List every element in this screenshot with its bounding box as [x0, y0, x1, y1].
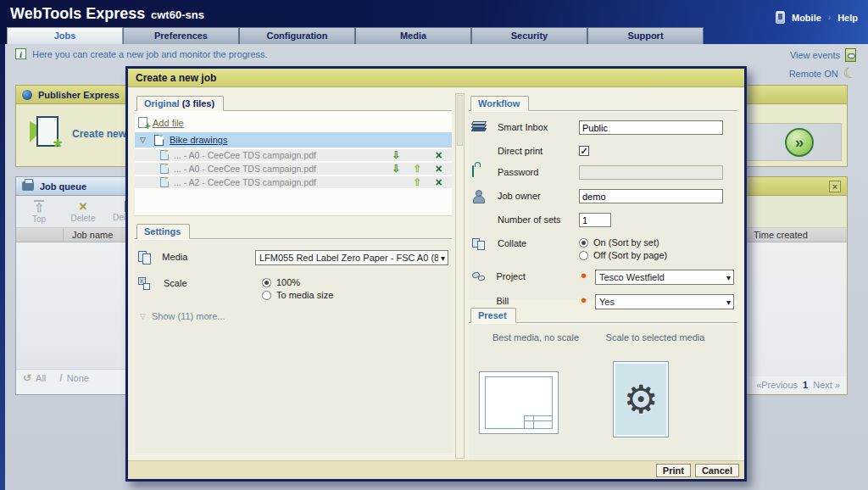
delete-icon: × [79, 201, 86, 213]
project-row: Project ● Tesco Westfield ▾ [472, 270, 734, 285]
chevron-down-icon: ▾ [726, 273, 731, 282]
header-separator: › [828, 13, 831, 22]
file-row[interactable]: ... - A0 - CeeCee TDS campaign.pdf ⇩ × [135, 149, 452, 161]
job-name-column[interactable]: Job name [64, 230, 113, 240]
smart-inbox-input[interactable] [579, 120, 723, 135]
preset-tab-label: Preset [478, 310, 507, 320]
view-events-label[interactable]: View events [790, 50, 840, 60]
remove-file-icon[interactable]: × [431, 177, 447, 187]
tab-support[interactable]: Support [587, 27, 704, 44]
dialog-body: Original (3 files) Add file ▽ Bike drawi… [128, 88, 744, 460]
preset-best-media-thumbnail[interactable] [479, 371, 559, 434]
collate-off-option[interactable]: Off (Sort by page) [579, 250, 667, 260]
top-button[interactable]: ⇧ Top [25, 198, 53, 225]
sphere-icon [22, 90, 32, 100]
direct-print-checkbox[interactable]: ✓ [579, 146, 589, 156]
view-events-icon [845, 48, 856, 62]
app-title: WebTools Express [10, 5, 145, 23]
media-row: Media LFM055 Red Label Zero Paper - FSC … [138, 250, 448, 265]
move-down-icon[interactable]: ⇩ [388, 164, 404, 174]
radio-selected[interactable] [579, 238, 588, 248]
mobile-icon [776, 11, 785, 24]
number-of-sets-input[interactable] [579, 213, 611, 227]
tab-preferences[interactable]: Preferences [123, 27, 239, 44]
scale-label: Scale [164, 276, 262, 288]
file-row[interactable]: ... - A0 - CeeCee TDS campaign.pdf ⇩ ⇧ × [135, 163, 452, 175]
workflow-section-tab: Workflow [470, 96, 529, 111]
preset-scale-media-thumbnail[interactable]: ⚙ [613, 361, 669, 437]
scrollbar-thumb[interactable] [457, 95, 463, 146]
create-job-icon: * [30, 116, 60, 152]
number-of-sets-label: Number of sets [498, 213, 579, 225]
project-select[interactable]: Tesco Westfield ▾ [595, 270, 734, 285]
print-button[interactable]: Print [656, 464, 691, 477]
tab-jobs[interactable]: Jobs [7, 27, 123, 44]
page-left-edge [0, 0, 5, 490]
move-up-icon[interactable]: ⇧ [409, 164, 426, 174]
close-icon[interactable]: × [829, 181, 841, 192]
tab-configuration[interactable]: Configuration [239, 27, 355, 44]
radio-unselected[interactable] [262, 291, 271, 300]
tab-media[interactable]: Media [355, 27, 471, 44]
file-group-row[interactable]: ▽ Bike drawings [135, 132, 452, 148]
dialog-right-column: Workflow Smart Inbox Direct print ✓ Pass… [469, 88, 737, 460]
show-more-label[interactable]: Show (11) more... [152, 311, 225, 321]
file-row[interactable]: ... - A2 - CeeCee TDS campaign.pdf ⇧ × [135, 176, 452, 188]
move-down-icon[interactable]: ⇩ [388, 150, 404, 160]
tree-collapse-icon[interactable]: ▽ [140, 136, 148, 144]
job-owner-input[interactable] [579, 189, 723, 203]
move-up-icon[interactable]: ⇧ [409, 177, 426, 187]
previous-page-link[interactable]: «Previous [756, 380, 798, 390]
document-icon [154, 135, 164, 146]
remove-file-icon[interactable]: × [431, 150, 447, 160]
main-tab-bar: Jobs Preferences Configuration Media Sec… [7, 27, 704, 44]
next-page-link[interactable]: Next » [813, 380, 840, 390]
file-group-name[interactable]: Bike drawings [170, 135, 227, 145]
password-input [579, 165, 723, 180]
add-file-link[interactable]: Add file [135, 114, 452, 132]
bill-label: Bill [497, 294, 574, 306]
add-file-label[interactable]: Add file [153, 118, 184, 128]
file-name: ... - A0 - CeeCee TDS campaign.pdf [174, 150, 383, 160]
select-none-label: None [67, 373, 89, 383]
direct-print-row: Direct print ✓ [472, 144, 734, 156]
go-chevron-button[interactable]: » [785, 128, 814, 157]
select-none-link[interactable]: / None [59, 372, 89, 384]
dialog-left-column: Original (3 files) Add file ▽ Bike drawi… [135, 88, 452, 460]
top-label: Top [32, 214, 46, 224]
bill-select[interactable]: Yes ▾ [595, 294, 734, 309]
remove-file-icon[interactable]: × [431, 164, 447, 174]
view-events[interactable]: View events [790, 48, 856, 62]
media-select[interactable]: LFM055 Red Label Zero Paper - FSC A0 (84… [255, 250, 448, 265]
password-row: Password [472, 165, 734, 180]
scale-100-option[interactable]: 100% [262, 277, 333, 287]
drawing-frame-icon [485, 376, 553, 429]
radio-selected[interactable] [262, 278, 271, 287]
events-panel-header: × [747, 177, 847, 196]
star-icon: * [53, 138, 62, 155]
info-message: Here you can create a new job and monito… [32, 49, 268, 59]
cancel-button[interactable]: Cancel [695, 464, 739, 477]
dialog-scrollbar[interactable] [455, 93, 465, 459]
job-owner-label: Job owner [498, 189, 579, 201]
scale-to-media-option[interactable]: To media size [262, 290, 333, 300]
select-all-link[interactable]: ↺ All [23, 372, 46, 384]
header-utilities: Mobile › Help [776, 11, 858, 24]
remote-label[interactable]: Remote ON [789, 69, 838, 79]
top-icon: ⇧ [34, 200, 44, 214]
time-created-column[interactable]: Time created [747, 228, 847, 242]
publisher-express-title: Publisher Express [38, 90, 120, 100]
show-more-link[interactable]: ▽ Show (11) more... [140, 311, 448, 321]
tab-security[interactable]: Security [471, 27, 587, 44]
delete-button[interactable]: × Delete [69, 198, 97, 225]
select-all-label: All [36, 373, 46, 383]
help-link[interactable]: Help [837, 13, 858, 23]
remote-toggle[interactable]: Remote ON ☾ [789, 68, 856, 80]
mobile-link[interactable]: Mobile [792, 13, 821, 23]
collate-on-option[interactable]: On (Sort by set) [579, 237, 667, 248]
scale-100-label: 100% [276, 277, 300, 287]
info-icon: i [15, 48, 26, 59]
radio-unselected[interactable] [579, 251, 588, 260]
direct-print-label: Direct print [498, 144, 579, 156]
select-all-icon: ↺ [23, 372, 31, 384]
